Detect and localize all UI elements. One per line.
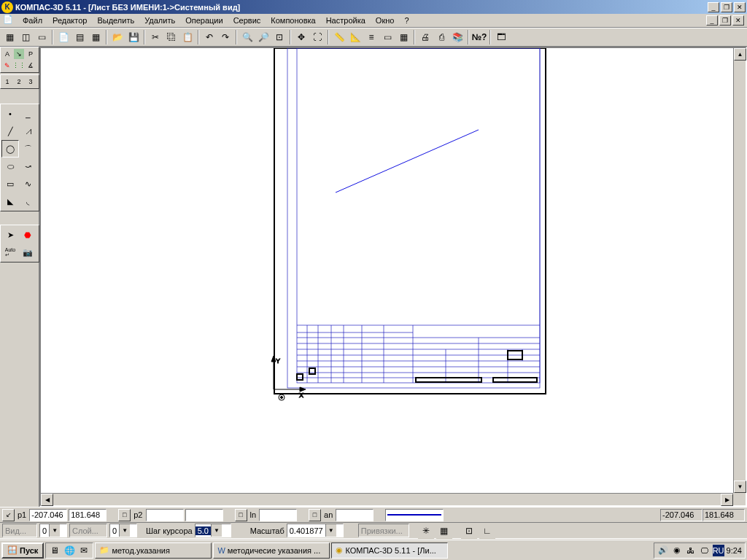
snap-toggle-icon[interactable]: ✳: [418, 523, 434, 539]
ln-field[interactable]: [259, 509, 297, 521]
layer-2-tab[interactable]: 2: [13, 76, 25, 88]
scale-combo[interactable]: 0.401877▼: [287, 524, 344, 537]
stop-icon[interactable]: ⬣: [19, 226, 36, 244]
param-mode-icon[interactable]: ∡: [25, 60, 36, 71]
cut-icon[interactable]: ✂: [147, 29, 163, 45]
point-icon[interactable]: •: [1, 105, 19, 122]
undo-icon[interactable]: ↶: [201, 29, 217, 45]
desktop-icon[interactable]: 🖥: [48, 544, 61, 557]
grid-mode-icon[interactable]: ⋮⋮: [13, 60, 25, 71]
oe-icon[interactable]: ✉: [77, 544, 90, 557]
mdi-minimize[interactable]: _: [706, 15, 718, 26]
fillet-icon[interactable]: ◟: [19, 192, 36, 210]
redo-icon[interactable]: ↷: [217, 29, 233, 45]
help-pointer-icon[interactable]: №?: [471, 29, 487, 45]
layers-icon[interactable]: ≡: [363, 29, 379, 45]
window-list-icon[interactable]: ▦: [395, 29, 411, 45]
auto-icon[interactable]: Auto↵: [1, 244, 19, 261]
menu-layout[interactable]: Компоновка: [266, 15, 320, 26]
save-icon[interactable]: 💾: [125, 29, 142, 45]
start-button[interactable]: 🪟 Пуск: [1, 542, 44, 559]
lang-indicator[interactable]: RU: [713, 545, 724, 556]
circle-icon[interactable]: ◯: [1, 140, 19, 158]
print-preview-icon[interactable]: 🖨: [417, 29, 433, 45]
new-fragment-icon[interactable]: ▭: [34, 29, 50, 45]
style-preview[interactable]: [385, 509, 444, 521]
an-field[interactable]: [336, 509, 374, 521]
scroll-up-icon[interactable]: ▲: [734, 48, 746, 61]
zoom-window-icon[interactable]: ⊡: [271, 29, 287, 45]
menu-operations[interactable]: Операции: [180, 15, 228, 26]
p2-lock-icon[interactable]: □: [118, 509, 131, 521]
lcs-icon[interactable]: ∟: [479, 523, 495, 539]
ellipse-arc-icon[interactable]: ⌒: [19, 140, 36, 158]
zoom-in-icon[interactable]: 🔍: [239, 29, 255, 45]
copy-icon[interactable]: ⿻: [163, 29, 179, 45]
close-button[interactable]: ✕: [734, 2, 746, 12]
p2-y-field[interactable]: [185, 509, 223, 521]
arrow-icon[interactable]: ➤: [1, 226, 19, 244]
layer-combo[interactable]: Слой...: [69, 524, 107, 537]
menu-service[interactable]: Сервис: [228, 15, 266, 26]
scrollbar-horizontal[interactable]: ◀ ▶: [41, 493, 733, 505]
task-word[interactable]: W методичесие указания ...: [213, 542, 330, 559]
layer-num-combo[interactable]: 0▼: [109, 524, 137, 537]
print-icon[interactable]: ⎙: [433, 29, 449, 45]
ellipse-icon[interactable]: ⬭: [1, 158, 19, 175]
chamfer-icon[interactable]: ◣: [1, 192, 19, 210]
open-icon[interactable]: 📂: [109, 29, 125, 45]
new-sheet-icon[interactable]: ▦: [1, 29, 18, 45]
edit-mode-icon[interactable]: ✎: [1, 60, 13, 71]
scroll-right-icon[interactable]: ▶: [721, 494, 733, 506]
menu-settings[interactable]: Настройка: [321, 15, 371, 26]
tray-app-icon[interactable]: ◉: [671, 545, 683, 556]
menu-select[interactable]: Выделить: [92, 15, 139, 26]
aux-line-icon[interactable]: ⎯: [19, 105, 36, 122]
display-icon[interactable]: 🖵: [699, 545, 711, 556]
dimension-mode-icon[interactable]: P: [25, 48, 36, 60]
ie-icon[interactable]: 🌐: [63, 544, 76, 557]
arc-icon[interactable]: ⤻: [19, 158, 36, 175]
view-combo[interactable]: Вид...: [2, 524, 37, 537]
volume-icon[interactable]: 🔊: [657, 545, 669, 556]
annotate-mode-icon[interactable]: A: [1, 48, 13, 60]
an-lock-icon[interactable]: □: [309, 509, 321, 521]
geometry-mode-icon[interactable]: ↘: [13, 48, 25, 60]
menu-help[interactable]: ?: [399, 15, 414, 26]
new-text-icon[interactable]: 📄: [55, 29, 71, 45]
snap-button[interactable]: Привязки...: [358, 524, 409, 537]
camera-icon[interactable]: 📷: [19, 244, 36, 261]
drawing-canvas[interactable]: Y X: [41, 48, 746, 505]
menu-delete[interactable]: Удалить: [139, 15, 180, 26]
menu-file[interactable]: Файл: [18, 15, 47, 26]
minimize-button[interactable]: _: [708, 2, 719, 12]
mdi-restore[interactable]: ❐: [719, 15, 731, 26]
view-num-combo[interactable]: 0▼: [39, 524, 67, 537]
fit-icon[interactable]: ⛶: [309, 29, 325, 45]
ortho-icon[interactable]: ⊡: [461, 523, 477, 539]
ln-lock-icon[interactable]: □: [235, 509, 247, 521]
grid-toggle-icon[interactable]: ▦: [436, 523, 452, 539]
polyline-icon[interactable]: ⩘: [19, 122, 36, 140]
scrollbar-vertical[interactable]: ▲ ▼: [733, 48, 746, 493]
p1-y-field[interactable]: 181.648: [69, 509, 107, 521]
clock[interactable]: 9:24: [727, 545, 742, 556]
ruler-icon[interactable]: 📏: [331, 29, 347, 45]
library-icon[interactable]: 📚: [449, 29, 465, 45]
variables-icon[interactable]: 🗔: [493, 29, 509, 45]
spline-icon[interactable]: ∿: [19, 175, 36, 192]
step-combo[interactable]: 5.0▼: [195, 524, 231, 537]
rectangle-icon[interactable]: ▭: [1, 175, 19, 192]
measure-icon[interactable]: 📐: [347, 29, 363, 45]
scroll-left-icon[interactable]: ◀: [41, 494, 53, 506]
scroll-down-icon[interactable]: ▼: [734, 481, 746, 493]
pan-icon[interactable]: ✥: [293, 29, 309, 45]
mdi-close[interactable]: ✕: [732, 15, 744, 26]
task-kompas[interactable]: ◉ КОМПАС-3D 5.11 - [Ли...: [331, 542, 448, 559]
p2-x-field[interactable]: [146, 509, 184, 521]
menu-window[interactable]: Окно: [371, 15, 400, 26]
line-icon[interactable]: ╱: [1, 122, 19, 140]
layer-3-tab[interactable]: 3: [25, 76, 36, 88]
paste-icon[interactable]: 📋: [179, 29, 196, 45]
view-icon[interactable]: ▭: [379, 29, 395, 45]
